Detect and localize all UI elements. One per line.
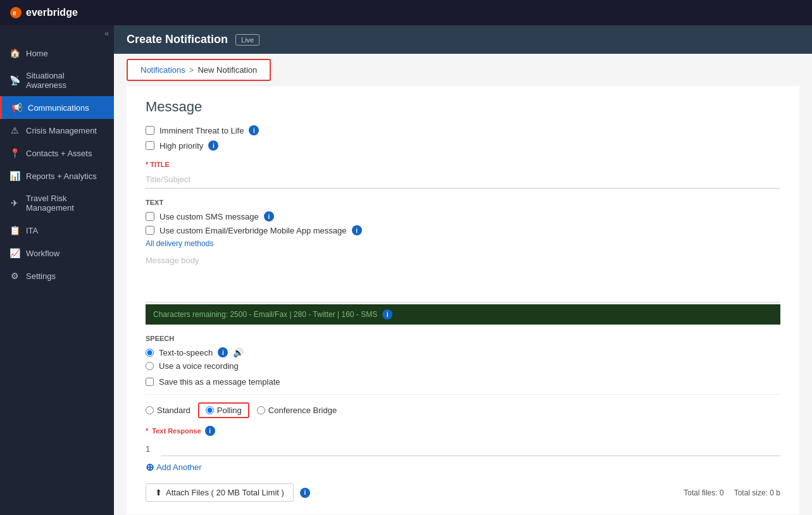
chars-info-icon[interactable]: i (382, 309, 392, 320)
svg-text:e: e (13, 9, 16, 16)
high-priority-row: High priority i (146, 140, 780, 151)
imminent-threat-row: Imminent Threat to Life i (146, 125, 780, 135)
voice-recording-label: Use a voice recording (159, 361, 239, 371)
message-body-textarea[interactable] (146, 252, 780, 302)
sidebar-item-situational-awareness[interactable]: 📡 Situational Awareness (0, 65, 114, 96)
imminent-threat-label: Imminent Threat to Life (159, 126, 244, 135)
conference-bridge-option: Conference Bridge (257, 406, 337, 415)
message-section-title: Message (146, 99, 780, 115)
collapse-icon: « (104, 29, 109, 38)
save-template-row: Save this as a message template (146, 377, 780, 387)
custom-email-checkbox[interactable] (146, 226, 154, 235)
response-number: 1 (146, 444, 156, 454)
standard-option: Standard (146, 406, 191, 415)
settings-icon: ⚙ (9, 271, 20, 281)
response-input-1[interactable] (161, 441, 780, 456)
voice-recording-row: Use a voice recording (146, 361, 780, 371)
sidebar: « 🏠 Home 📡 Situational Awareness 📢 Commu… (0, 25, 114, 515)
form-area: Message Imminent Threat to Life i High p… (127, 86, 799, 514)
tts-row: Text-to-speech i 🔊 (146, 347, 780, 357)
custom-email-row: Use custom Email/Everbridge Mobile App m… (146, 225, 780, 235)
tts-info-icon[interactable]: i (218, 347, 228, 357)
breadcrumb-separator: > (189, 65, 194, 75)
tts-label: Text-to-speech (159, 348, 213, 357)
custom-sms-checkbox[interactable] (146, 212, 154, 221)
sidebar-item-travel-risk[interactable]: ✈ Travel Risk Management (0, 187, 114, 219)
plus-icon: ⊕ (146, 461, 154, 473)
topbar: e everbridge (0, 0, 812, 25)
page-title: Create Notification (127, 33, 228, 46)
crisis-management-icon: ⚠ (9, 125, 20, 135)
sidebar-item-home[interactable]: 🏠 Home (0, 42, 114, 65)
sidebar-item-label: Reports + Analytics (26, 171, 97, 181)
message-type-row: Standard Polling Conference Bridge (146, 402, 780, 418)
logo: e everbridge (9, 6, 78, 19)
response-row-1: 1 (146, 441, 780, 456)
sidebar-item-label: Situational Awareness (26, 71, 104, 90)
logo-text: everbridge (26, 7, 78, 18)
sidebar-item-settings[interactable]: ⚙ Settings (0, 264, 114, 287)
home-icon: 🏠 (9, 48, 20, 58)
chars-remaining-text: Characters remaining: 2500 - Email/Fax |… (153, 310, 377, 319)
standard-radio[interactable] (146, 406, 154, 414)
sidebar-item-label: Contacts + Assets (26, 149, 92, 158)
conference-bridge-radio[interactable] (257, 406, 265, 414)
polling-radio[interactable] (206, 406, 214, 414)
sound-icon: 🔊 (233, 347, 244, 357)
ita-icon: 📋 (9, 225, 20, 235)
sidebar-item-contacts-assets[interactable]: 📍 Contacts + Assets (0, 142, 114, 164)
attach-row: ⬆ Attach Files ( 20 MB Total Limit ) i T… (146, 483, 780, 502)
sidebar-item-ita[interactable]: 📋 ITA (0, 219, 114, 242)
live-badge: Live (235, 34, 259, 46)
contacts-assets-icon: 📍 (9, 148, 20, 158)
custom-sms-row: Use custom SMS message i (146, 211, 780, 221)
title-field-label: * TITLE (146, 161, 780, 168)
sidebar-item-crisis-management[interactable]: ⚠ Crisis Management (0, 119, 114, 142)
imminent-threat-info-icon[interactable]: i (249, 125, 259, 135)
high-priority-label: High priority (159, 141, 203, 151)
conference-bridge-label: Conference Bridge (268, 406, 337, 415)
speech-section-label: SPEECH (146, 335, 780, 342)
custom-email-label: Use custom Email/Everbridge Mobile App m… (159, 226, 347, 235)
sidebar-item-label: Home (26, 49, 48, 58)
chars-remaining-bar: Characters remaining: 2500 - Email/Fax |… (146, 304, 780, 325)
sidebar-item-workflow[interactable]: 📈 Workflow (0, 242, 114, 264)
content-area: Create Notification Live Notifications >… (114, 25, 812, 515)
text-section-label: TEXT (146, 199, 780, 206)
logo-icon: e (9, 6, 22, 19)
tts-radio[interactable] (146, 349, 154, 357)
custom-email-info-icon[interactable]: i (352, 225, 362, 235)
total-size: Total size: 0 b (734, 488, 780, 497)
upload-icon: ⬆ (155, 488, 162, 497)
sidebar-item-label: Travel Risk Management (26, 194, 104, 213)
reports-analytics-icon: 📊 (9, 171, 20, 181)
attach-files-button[interactable]: ⬆ Attach Files ( 20 MB Total Limit ) (146, 483, 294, 502)
save-template-checkbox[interactable] (146, 378, 154, 386)
divider (146, 394, 780, 395)
sidebar-item-reports-analytics[interactable]: 📊 Reports + Analytics (0, 164, 114, 187)
custom-sms-label: Use custom SMS message (159, 212, 259, 221)
imminent-threat-checkbox[interactable] (146, 126, 154, 135)
high-priority-info-icon[interactable]: i (208, 140, 218, 151)
polling-label: Polling (217, 406, 242, 415)
text-response-section: * Text Response i (146, 426, 780, 436)
high-priority-checkbox[interactable] (146, 141, 154, 150)
collapse-button[interactable]: « (0, 25, 114, 42)
sidebar-item-communications[interactable]: 📢 Communications (0, 96, 114, 119)
workflow-icon: 📈 (9, 248, 20, 258)
breadcrumb-link[interactable]: Notifications (141, 65, 185, 75)
save-template-label: Save this as a message template (159, 377, 280, 387)
sidebar-item-label: Communications (28, 103, 89, 113)
total-files: Total files: 0 (684, 488, 723, 497)
add-another-label: Add Another (156, 462, 202, 472)
text-response-label: Text Response (152, 427, 201, 435)
sidebar-item-label: Workflow (26, 249, 59, 258)
custom-sms-info-icon[interactable]: i (264, 211, 274, 221)
text-response-info-icon[interactable]: i (205, 426, 215, 436)
attach-info-icon[interactable]: i (300, 488, 310, 498)
sidebar-item-label: Crisis Management (26, 126, 97, 135)
add-another-button[interactable]: ⊕ Add Another (146, 461, 780, 473)
title-input[interactable] (146, 171, 780, 189)
standard-label: Standard (157, 406, 191, 415)
voice-recording-radio[interactable] (146, 362, 154, 370)
